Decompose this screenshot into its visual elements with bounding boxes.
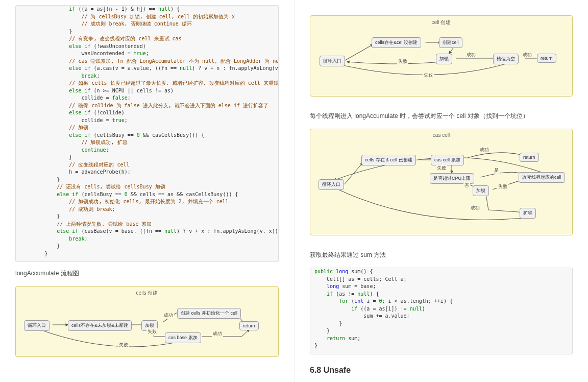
flow-a-edge-success1: 成功 — [163, 312, 174, 319]
flow-a-caption: longAccumulate 流程图 — [15, 269, 279, 278]
flow-b-edge-f1: 失败 — [397, 58, 408, 65]
flow-b: 循环入口 cells存在&cell没创建 创建cell 加锁 槽位为空 retu… — [315, 30, 567, 89]
flow-a-node-return: return — [239, 321, 259, 330]
page-left: if ((a = as[(n - 1) & h]) == null) { // … — [0, 0, 294, 382]
flow-a-node-cond: cells不存在&未加锁&未新建 — [68, 320, 132, 331]
flow-a-title: cells 创建 — [136, 290, 158, 297]
flow-c-node-entry: 循环入口 — [318, 179, 344, 190]
code-block-sum: public long sum() { Cell[] as = cells; C… — [310, 268, 573, 354]
flow-b-wrap: cell 创建 — [310, 15, 573, 97]
flow-a-node-create: 创建 cells 并初始化一个 cell — [177, 308, 241, 319]
flow-c-node-expand: 扩容 — [520, 208, 536, 219]
flow-c-edge-succ2: 成功 — [470, 205, 481, 211]
flow-a-node-entry: 循环入口 — [24, 320, 50, 331]
flow-a-node-cas: cas base 累加 — [165, 332, 201, 343]
flow-c-edge-succ1: 成功 — [479, 147, 490, 153]
flow-b-node-slot: 槽位为空 — [493, 54, 519, 64]
flow-c-edge-fail1: 失败 — [436, 165, 447, 172]
flow-b-node-entry: 循环入口 — [320, 56, 345, 66]
heading-unsafe: 6.8 Unsafe — [310, 366, 573, 375]
flow-b-node-lock: 加锁 — [436, 54, 452, 64]
code-block-longaccumulate: if ((a = as[(n - 1) & h]) == null) { // … — [15, 5, 279, 262]
flow-a-wrap: cells 创建 循环入口 — [15, 286, 279, 357]
flow-c: 循环入口 cells 存在 & cell 已创建 cas cell 累加 ret… — [315, 144, 567, 228]
flow-c-node-lock: 加锁 — [473, 185, 489, 196]
flow-b-node-return: return — [537, 54, 556, 63]
flow-c-node-cond: cells 存在 & cell 已创建 — [361, 155, 416, 165]
flow-b-edge-f2: 失败 — [423, 72, 434, 79]
flow-c-node-change: 改变线程对应的cell — [519, 172, 565, 183]
paragraph-2: 获取最终结果通过 sum 方法 — [310, 251, 573, 259]
flow-c-wrap: cas cell — [310, 129, 573, 235]
flow-c-edge-no: 否 — [463, 182, 470, 189]
flow-c-node-cas: cas cell 累加 — [431, 155, 464, 165]
flow-a: 循环入口 cells不存在&未加锁&未新建 加锁 创建 cells 并初始化一个… — [21, 301, 273, 349]
flow-b-title: cell 创建 — [432, 19, 451, 26]
flow-c-node-return: return — [520, 153, 539, 162]
flow-b-node-create: 创建cell — [439, 37, 462, 48]
flow-b-node-cond: cells存在&cell没创建 — [372, 37, 421, 48]
flow-b-edge-s1: 成功 — [465, 52, 477, 58]
flow-c-title: cas cell — [433, 132, 450, 138]
flow-c-edge-fail2: 失败 — [497, 183, 508, 190]
flow-a-edge-success2: 成功 — [212, 330, 223, 337]
paragraph-1: 每个线程刚进入 longAccumulate 时，会尝试对应一个 cell 对象… — [310, 112, 573, 121]
flow-a-edge-fail1: 失败 — [146, 328, 158, 335]
flow-a-edge-fail2: 失败 — [118, 342, 129, 348]
page-right: cell 创建 — [294, 0, 588, 382]
flow-b-edge-s2: 成功 — [522, 52, 533, 58]
flow-c-edge-yes: 是 — [493, 167, 500, 174]
